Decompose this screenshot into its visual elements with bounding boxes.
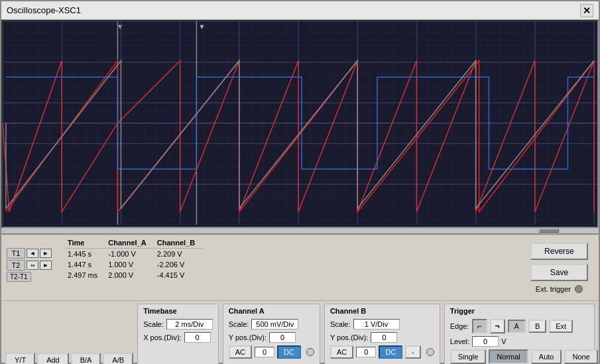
t2-time: 1.447 s [65,259,105,270]
trigger-auto-btn[interactable]: Auto [531,349,562,364]
trigger-ch-b-btn[interactable]: B [528,320,546,333]
channel-a-dc-btn[interactable]: DC [277,345,301,359]
channel-b-scale-row: Scale: 1 V/Div [330,319,434,330]
channel-b-title: Channel B [330,307,434,315]
ab-button[interactable]: A/B [103,353,133,364]
t1-left-btn[interactable]: ◄ [27,249,38,258]
trigger-level-unit: V [501,337,506,345]
channel-a-section: Channel A Scale: 500 mV/Div Y pos.(Div):… [223,304,320,364]
t2-row: T2 ⇔ ► [7,260,52,271]
channel-b-ypos-row: Y pos.(Div): 0 [330,332,434,343]
channel-b-section: Channel B Scale: 1 V/Div Y pos.(Div): 0 … [324,304,440,364]
timebase-scale-value[interactable]: 2 ms/Div [166,319,213,330]
trigger-normal-btn[interactable]: Normal [489,349,528,364]
t2-marker: ▼ [198,23,206,30]
channel-a-coupling-val[interactable]: 0 [255,347,274,357]
t1-time: 1.445 s [65,249,105,260]
channel-b-scale-label: Scale: [330,320,351,328]
channel-b-ypos-label: Y pos.(Div): [330,334,368,341]
cursor-controls: T1 ◄ ► T2 ⇔ ► T2-T1 [7,237,52,282]
scrollbar-thumb[interactable] [539,229,559,233]
channel-b-scale-value[interactable]: 1 V/Div [353,319,400,330]
t2t1-time: 2.497 ms [65,270,105,280]
channel-b-coupling-val[interactable]: 0 [356,347,376,357]
t2-swap-btn[interactable]: ⇔ [27,261,38,270]
channel-a-scale-label: Scale: [229,320,249,328]
channel-a-ac-btn[interactable]: AC [229,345,252,359]
scrollbar[interactable] [1,228,599,233]
ext-trigger-label: Ext. trigger [536,285,571,293]
trigger-edge-falling-btn[interactable]: ¬ [490,319,505,334]
trigger-edge-label: Edge: [450,322,469,330]
measurements-row: T1 ◄ ► T2 ⇔ ► T2-T1 Time [1,235,599,301]
grid-svg [3,21,597,225]
oscilloscope-screen: ▼ ▼ [1,20,599,228]
t2-chB: -2.206 V [154,259,203,270]
channel-a-ypos-row: Y pos.(Div): 0 [229,332,314,343]
t1-row: T1 ◄ ► [7,248,52,259]
t1-chB: 2.209 V [154,249,203,260]
trigger-mode-row: Single Normal Auto None [450,349,589,364]
close-button[interactable]: ✕ [580,4,593,17]
t1-right-btn[interactable]: ► [40,249,52,258]
yt-button[interactable]: Y/T [5,353,35,364]
channel-b-dc-btn[interactable]: DC [379,345,402,359]
title-bar: Oscilloscope-XSC1 ✕ [1,1,599,20]
channel-b-minus-btn[interactable]: - [405,345,421,359]
measurements-table: Time Channel_A Channel_B 1.445 s -1.000 … [65,237,203,280]
t2t1-chA: 2.000 V [105,270,154,280]
controls-area: T1 ◄ ► T2 ⇔ ► T2-T1 Time [1,233,599,363]
add-button[interactable]: Add [37,353,69,364]
trigger-level-label: Level: [450,337,469,345]
trigger-level-value[interactable]: 0 [472,336,499,347]
nav-buttons: Y/T Add B/A A/B [5,304,133,364]
t1-chA: -1.000 V [105,249,154,260]
trigger-title: Trigger [450,307,589,315]
ba-button[interactable]: B/A [71,353,101,364]
nav-btn-row: Y/T Add B/A A/B [5,353,133,364]
trigger-ch-a-btn[interactable]: A [508,320,526,333]
t1-marker: ▼ [117,23,124,30]
right-buttons: Reverse Save Ext. trigger [525,237,593,298]
table-row-t2: 1.447 s 1.000 V -2.206 V [65,259,203,270]
trigger-ext-btn[interactable]: Ext [549,320,573,333]
svg-rect-1 [3,21,597,225]
channel-b-led [426,348,434,356]
trigger-none-btn[interactable]: None [564,349,597,364]
ext-trigger-led [575,285,583,293]
t2t1-chB: -4.415 V [154,270,203,280]
timebase-title: Timebase [143,307,213,315]
reverse-button[interactable]: Reverse [530,243,588,260]
save-button[interactable]: Save [530,264,588,281]
timebase-xpos-label: X pos.(Div): [143,334,181,341]
channel-a-scale-value[interactable]: 500 mV/Div [251,319,298,330]
channel-b-ypos-value[interactable]: 0 [371,332,397,343]
t2-label: T2 [7,260,25,271]
trigger-single-btn[interactable]: Single [450,349,487,364]
t2-right-btn[interactable]: ► [40,261,52,270]
channel-a-scale-row: Scale: 500 mV/Div [229,319,314,330]
oscilloscope-window: Oscilloscope-XSC1 ✕ ▼ ▼ [0,0,600,364]
timebase-xpos-value[interactable]: 0 [184,332,211,343]
timebase-scale-row: Scale: 2 ms/Div [143,319,213,330]
col-chA: Channel_A [105,237,154,249]
channel-a-coupling-row: AC 0 DC [229,345,314,359]
trigger-edge-rising-btn[interactable]: ⌐ [472,319,487,334]
channel-b-coupling-row: AC 0 DC - [330,345,434,359]
table-row-t2t1: 2.497 ms 2.000 V -4.415 V [65,270,203,280]
channel-a-led [306,348,314,356]
channel-b-ac-btn[interactable]: AC [330,345,353,359]
col-time: Time [65,237,105,249]
t2t1-row: T2-T1 [7,272,52,282]
trigger-edge-row: Edge: ⌐ ¬ A B Ext [450,319,589,334]
col-chB: Channel_B [154,237,203,249]
t2-chA: 1.000 V [105,259,154,270]
channel-a-title: Channel A [229,307,314,315]
timebase-section: Timebase Scale: 2 ms/Div X pos.(Div): 0 [137,304,219,364]
channel-a-ypos-value[interactable]: 0 [269,332,296,343]
t1-label: T1 [7,248,25,259]
window-title: Oscilloscope-XSC1 [7,5,81,15]
channel-a-ypos-label: Y pos.(Div): [229,334,267,341]
trigger-section: Trigger Edge: ⌐ ¬ A B Ext Level: 0 V Sin… [444,304,595,364]
table-row-t1: 1.445 s -1.000 V 2.209 V [65,249,203,260]
